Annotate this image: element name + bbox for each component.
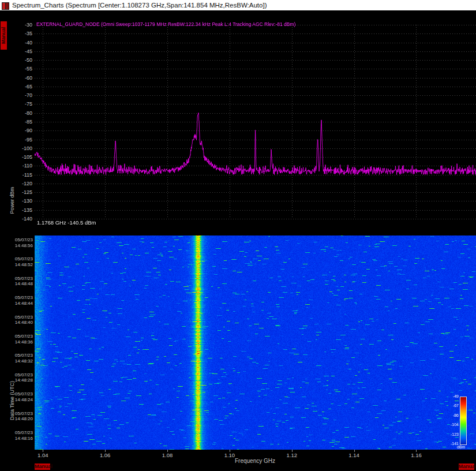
- colorbar-tick-label: -141: [445, 442, 459, 446]
- spectrum-plot[interactable]: [35, 17, 476, 235]
- colorbar-tick-label: -123: [445, 432, 459, 437]
- title-bar[interactable]: Spectrum_Charts (Spectrum [Center:1.1082…: [0, 0, 476, 10]
- time-label: 05/07/2314:48:52: [12, 256, 33, 267]
- power-axis-title: Power dBm: [9, 187, 15, 214]
- manual-mode-badge-vertical[interactable]: Manual: [1, 21, 7, 50]
- y-tick-label: -45: [16, 48, 32, 54]
- y-tick-label: -55: [16, 66, 32, 72]
- y-tick-label: -70: [16, 92, 32, 98]
- y-tick-label: -95: [16, 137, 32, 143]
- y-tick-label: -115: [16, 172, 32, 178]
- y-tick-label: -75: [16, 101, 32, 107]
- y-tick-label: -85: [16, 119, 32, 125]
- y-tick-label: -65: [16, 84, 32, 89]
- time-label: 05/07/2314:48:28: [12, 372, 33, 383]
- time-label: 05/07/2314:48:36: [12, 334, 33, 345]
- y-tick-label: -50: [16, 57, 32, 63]
- time-label: 05/07/2314:48:48: [12, 276, 33, 287]
- colorbar-gradient: [460, 397, 467, 445]
- marker-readout: 1.1768 GHz -140.5 dBm: [37, 219, 96, 226]
- colorbar-tick-label: -67: [445, 403, 459, 408]
- app-icon: [2, 2, 9, 9]
- y-tick-label: -120: [16, 181, 32, 186]
- manual-mode-badge-bottom-right[interactable]: Manual: [459, 463, 474, 470]
- y-tick-label: -80: [16, 110, 32, 116]
- time-label: 05/07/2314:48:20: [12, 411, 33, 422]
- manual-mode-badge-bottom-left[interactable]: Manual: [35, 463, 50, 470]
- y-tick-label: -30: [16, 22, 32, 28]
- y-tick-label: -35: [16, 31, 32, 36]
- y-tick-label: -105: [16, 154, 32, 160]
- time-label: 05/07/2314:48:32: [12, 353, 33, 364]
- y-tick-label: -135: [16, 207, 32, 213]
- x-tick-label: 1.10: [221, 452, 238, 458]
- y-tick-label: -60: [16, 75, 32, 81]
- spectrum-charts-window: Spectrum_Charts (Spectrum [Center:1.1082…: [0, 0, 476, 471]
- x-tick-label: 1.16: [407, 452, 425, 458]
- time-label: 05/07/2314:48:40: [12, 315, 33, 326]
- y-tick-label: -125: [16, 189, 32, 195]
- frequency-axis-title: Frequency GHz: [197, 458, 313, 464]
- y-tick-label: -140: [16, 216, 32, 222]
- y-tick-label: -90: [16, 128, 32, 133]
- x-tick-label: 1.06: [96, 452, 114, 458]
- time-label: 05/07/2314:48:16: [12, 430, 33, 441]
- colorbar-tick-label: -49: [445, 394, 459, 399]
- x-tick-label: 1.14: [346, 452, 363, 458]
- waterfall-plot[interactable]: [35, 235, 476, 450]
- time-label: 05/07/2314:48:44: [12, 295, 33, 306]
- time-label: 05/07/2314:48:56: [12, 237, 33, 248]
- x-tick-label: 1.08: [159, 452, 176, 458]
- spectrum-header-annotation: EXTERNAL_GUARD_NODE (Omni Sweep:1037-117…: [36, 21, 295, 27]
- y-tick-label: -40: [16, 40, 32, 46]
- colorbar-tick-label: -104: [445, 423, 459, 427]
- window-title: Spectrum_Charts (Spectrum [Center:1.1082…: [12, 2, 267, 9]
- y-tick-label: -100: [16, 145, 32, 151]
- time-label: 05/07/2314:48:24: [12, 391, 33, 402]
- x-tick-label: 1.12: [283, 452, 301, 458]
- colorbar-tick-label: -86: [445, 413, 459, 418]
- x-tick-label: 1.04: [34, 452, 51, 458]
- y-tick-label: -110: [16, 163, 32, 169]
- y-tick-label: -130: [16, 198, 32, 204]
